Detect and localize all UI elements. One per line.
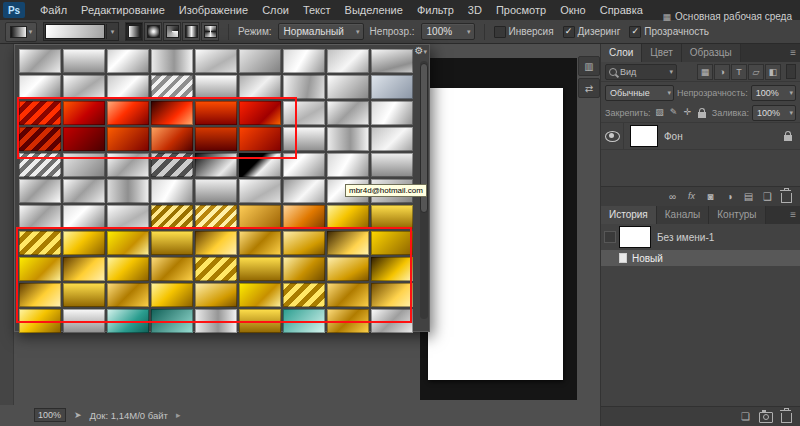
gradient-picker-open-button[interactable]: ▾ [106, 24, 118, 39]
gradient-swatch[interactable] [63, 179, 105, 203]
gradient-swatch[interactable] [19, 127, 61, 151]
gradient-swatch[interactable] [239, 153, 281, 177]
gradient-swatch[interactable] [239, 101, 281, 125]
gradient-swatch[interactable] [195, 179, 237, 203]
gradient-swatch[interactable] [151, 49, 193, 73]
gradient-swatch[interactable] [283, 283, 325, 307]
link-icon[interactable]: ∞ [667, 192, 678, 202]
gradient-swatch[interactable] [195, 101, 237, 125]
gradient-swatch[interactable] [327, 283, 369, 307]
gradient-swatch[interactable] [327, 49, 369, 73]
gradient-swatch[interactable] [151, 101, 193, 125]
gradient-swatch[interactable] [19, 179, 61, 203]
gradient-swatch[interactable] [239, 257, 281, 281]
tab-inactive[interactable]: Контуры [709, 206, 765, 224]
menu-item[interactable]: Файл [33, 0, 74, 20]
group-icon[interactable]: ▤ [743, 192, 754, 202]
gradient-swatch[interactable] [195, 49, 237, 73]
gradient-swatch[interactable] [283, 153, 325, 177]
gradient-swatch[interactable] [239, 283, 281, 307]
gradient-swatch[interactable] [19, 153, 61, 177]
lock-pixels-icon[interactable]: ✎ [668, 107, 680, 119]
gradient-swatch[interactable] [239, 75, 281, 99]
gradient-swatch[interactable] [107, 153, 149, 177]
layer-visibility-toggle[interactable] [601, 123, 624, 149]
gradient-swatch[interactable] [371, 283, 413, 307]
status-popup-arrow-icon[interactable]: ▸ [176, 410, 181, 420]
gradient-swatch[interactable] [371, 75, 413, 99]
gradient-swatch[interactable] [107, 231, 149, 255]
gradient-swatch[interactable] [283, 49, 325, 73]
opacity-select[interactable]: 100% ▾ [421, 23, 475, 40]
gradient-swatch[interactable] [371, 205, 413, 229]
gradient-swatch[interactable] [327, 75, 369, 99]
tab-active[interactable]: История [601, 206, 657, 224]
gradient-swatch[interactable] [107, 205, 149, 229]
gradient-swatch[interactable] [283, 257, 325, 281]
gradient-swatch[interactable] [371, 231, 413, 255]
gradient-swatch[interactable] [151, 257, 193, 281]
layer-row[interactable]: Фон [601, 122, 800, 150]
gradient-swatch[interactable] [151, 231, 193, 255]
menu-item[interactable]: Просмотр [489, 0, 553, 20]
radial-gradient-type-button[interactable] [144, 22, 162, 41]
gradient-swatch[interactable] [371, 49, 413, 73]
gradient-swatch[interactable] [19, 231, 61, 255]
gradient-swatch[interactable] [283, 101, 325, 125]
gradient-preview-swatch[interactable] [45, 24, 105, 39]
tab-inactive[interactable]: Образцы [682, 44, 741, 62]
menu-item[interactable]: Изображение [172, 0, 255, 20]
menu-item[interactable]: Текст [296, 0, 338, 20]
gradient-swatch[interactable] [195, 75, 237, 99]
linear-gradient-type-button[interactable] [125, 22, 143, 41]
menu-item[interactable]: Выделение [338, 0, 410, 20]
gradient-swatch[interactable] [327, 231, 369, 255]
workspace-switcher[interactable]: ▦ Основная рабочая среда [663, 11, 792, 22]
option-checkbox[interactable]: Инверсия [494, 26, 554, 38]
gradient-swatch[interactable] [19, 205, 61, 229]
option-checkbox[interactable]: ✓Дизеринг [563, 26, 621, 38]
gradient-swatch[interactable] [63, 49, 105, 73]
history-brush-source-toggle[interactable] [604, 231, 616, 243]
menu-item[interactable]: Окно [553, 0, 593, 20]
mask-icon[interactable]: ◙ [705, 192, 716, 202]
gradient-swatch[interactable] [283, 75, 325, 99]
fx-icon[interactable]: fx [686, 192, 697, 201]
gradient-swatch[interactable] [107, 179, 149, 203]
zoom-level-input[interactable]: 100% [34, 408, 66, 422]
layer-filter-select[interactable]: Вид ▾ [605, 64, 677, 80]
lock-position-icon[interactable]: ✛ [682, 107, 694, 119]
gradient-swatch[interactable] [107, 101, 149, 125]
gradient-swatch[interactable] [239, 231, 281, 255]
gradient-swatch[interactable] [19, 283, 61, 307]
gradient-swatch[interactable] [63, 127, 105, 151]
gradient-swatch[interactable] [283, 231, 325, 255]
reflected-gradient-type-button[interactable] [182, 22, 200, 41]
gradient-swatch[interactable] [63, 101, 105, 125]
gradient-swatch[interactable] [107, 127, 149, 151]
gradient-swatch[interactable] [63, 231, 105, 255]
gradient-swatch[interactable] [107, 75, 149, 99]
menu-item[interactable]: Редактирование [74, 0, 172, 20]
status-arrow-icon[interactable]: ➤ [74, 410, 82, 420]
gradient-swatch[interactable] [195, 257, 237, 281]
panel-menu-icon[interactable]: ≡ [790, 47, 796, 58]
history-state-row-selected[interactable]: Новый [601, 250, 800, 266]
gradient-picker-control[interactable]: ▾ [43, 22, 119, 41]
gradient-swatch[interactable] [371, 101, 413, 125]
new-layer-icon[interactable]: ❑ [762, 192, 773, 202]
gradient-swatch[interactable] [151, 205, 193, 229]
angle-gradient-type-button[interactable] [163, 22, 181, 41]
menu-item[interactable]: Фильтр [410, 0, 461, 20]
lock-all-icon[interactable] [696, 107, 708, 119]
gradient-swatch[interactable] [195, 127, 237, 151]
gradient-swatch[interactable] [107, 257, 149, 281]
gradient-swatch[interactable] [239, 127, 281, 151]
gradient-swatch[interactable] [195, 205, 237, 229]
gradient-swatch[interactable] [19, 49, 61, 73]
menu-item[interactable]: 3D [461, 0, 489, 20]
gradient-swatch[interactable] [195, 283, 237, 307]
gradient-swatch[interactable] [151, 179, 193, 203]
panel-menu-icon[interactable]: ≡ [790, 209, 796, 220]
gradient-swatch[interactable] [19, 75, 61, 99]
